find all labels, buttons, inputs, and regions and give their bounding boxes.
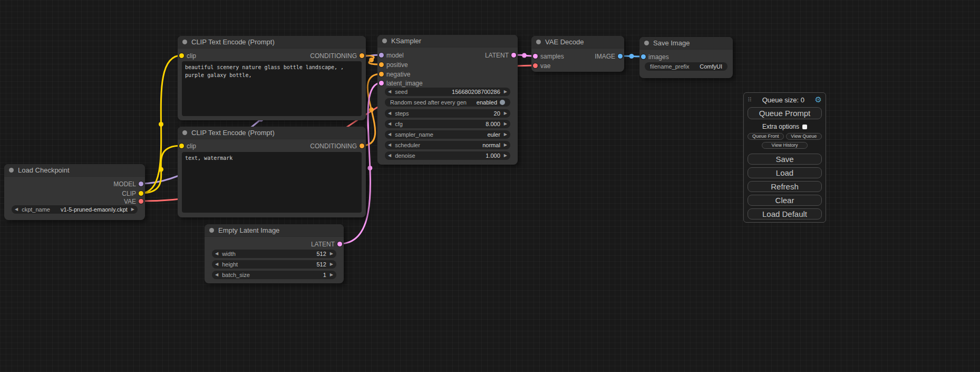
node-ksampler[interactable]: KSampler model positive negative latent_… bbox=[377, 35, 518, 165]
node-clip-text-encode-negative[interactable]: CLIP Text Encode (Prompt) clip CONDITION… bbox=[178, 127, 366, 217]
images-input-dot[interactable] bbox=[641, 54, 646, 59]
link-midpoint-dot bbox=[369, 58, 374, 62]
slot-label: IMAGE bbox=[595, 53, 615, 60]
widget-seed[interactable]: ◀ seed 156680208700286 ▶ bbox=[385, 88, 510, 96]
increment-icon[interactable]: ▶ bbox=[504, 111, 507, 116]
settings-gear-icon[interactable]: ⚙ bbox=[815, 95, 822, 104]
widget-denoise[interactable]: ◀ denoise 1.000 ▶ bbox=[385, 151, 510, 160]
widget-filename-prefix[interactable]: filename_prefix ComfyUI bbox=[645, 62, 727, 71]
drag-handle-icon[interactable]: ⠿ bbox=[748, 97, 752, 103]
decrement-icon[interactable]: ◀ bbox=[15, 207, 18, 212]
widget-value: euler bbox=[487, 131, 500, 138]
decrement-icon[interactable]: ◀ bbox=[215, 262, 218, 266]
toggle-knob-icon[interactable] bbox=[500, 100, 505, 105]
decrement-icon[interactable]: ◀ bbox=[388, 90, 391, 94]
collapse-toggle-icon[interactable] bbox=[209, 228, 214, 233]
latent-image-input-dot[interactable] bbox=[379, 81, 384, 85]
node-save-image[interactable]: Save Image images filename_prefix ComfyU… bbox=[639, 37, 733, 78]
latent-output-dot[interactable] bbox=[511, 53, 516, 58]
save-button[interactable]: Save bbox=[748, 154, 822, 165]
model-input-dot[interactable] bbox=[379, 53, 384, 58]
node-title-bar[interactable]: VAE Decode bbox=[531, 36, 624, 49]
node-title: Empty Latent Image bbox=[218, 226, 279, 234]
widget-scheduler[interactable]: ◀ scheduler normal ▶ bbox=[385, 141, 510, 149]
input-slot-samples: samples bbox=[533, 52, 564, 60]
widget-steps[interactable]: ◀ steps 20 ▶ bbox=[385, 109, 510, 118]
collapse-toggle-icon[interactable] bbox=[536, 40, 541, 44]
decrement-icon[interactable]: ◀ bbox=[388, 122, 391, 126]
node-title-bar[interactable]: CLIP Text Encode (Prompt) bbox=[178, 36, 366, 49]
input-slot-clip: clip bbox=[179, 52, 196, 60]
conditioning-output-dot[interactable] bbox=[360, 53, 364, 58]
negative-input-dot[interactable] bbox=[379, 72, 384, 77]
increment-icon[interactable]: ▶ bbox=[330, 252, 333, 256]
decrement-icon[interactable]: ◀ bbox=[215, 252, 218, 256]
node-clip-text-encode-positive[interactable]: CLIP Text Encode (Prompt) clip CONDITION… bbox=[178, 36, 366, 120]
node-title-bar[interactable]: CLIP Text Encode (Prompt) bbox=[178, 127, 366, 139]
widget-batch-size[interactable]: ◀ batch_size 1 ▶ bbox=[212, 271, 336, 279]
widget-cfg[interactable]: ◀ cfg 8.000 ▶ bbox=[385, 120, 510, 128]
widget-ckpt-name[interactable]: ◀ ckpt_name v1-5-pruned-emaonly.ckpt ▶ bbox=[12, 205, 138, 214]
increment-icon[interactable]: ▶ bbox=[330, 262, 333, 266]
latent-output-dot[interactable] bbox=[337, 242, 342, 246]
clip-input-dot[interactable] bbox=[179, 53, 184, 58]
decrement-icon[interactable]: ◀ bbox=[388, 132, 391, 137]
load-default-button[interactable]: Load Default bbox=[748, 208, 822, 220]
increment-icon[interactable]: ▶ bbox=[504, 122, 507, 126]
collapse-toggle-icon[interactable] bbox=[9, 168, 14, 173]
node-load-checkpoint[interactable]: Load Checkpoint MODEL CLIP VAE ◀ ckpt_na… bbox=[4, 164, 145, 220]
model-output-dot[interactable] bbox=[139, 182, 143, 186]
node-title-bar[interactable]: Load Checkpoint bbox=[4, 164, 145, 177]
vae-output-dot[interactable] bbox=[139, 199, 143, 204]
output-slot-conditioning: CONDITIONING bbox=[310, 52, 364, 60]
increment-icon[interactable]: ▶ bbox=[131, 207, 134, 212]
output-slot-clip: CLIP bbox=[122, 189, 143, 197]
widget-sampler-name[interactable]: ◀ sampler_name euler ▶ bbox=[385, 130, 510, 139]
queue-prompt-button[interactable]: Queue Prompt bbox=[748, 107, 822, 119]
node-title-bar[interactable]: Empty Latent Image bbox=[205, 224, 344, 237]
widget-name: batch_size bbox=[222, 272, 250, 278]
collapse-toggle-icon[interactable] bbox=[644, 41, 649, 45]
increment-icon[interactable]: ▶ bbox=[504, 90, 507, 94]
positive-input-dot[interactable] bbox=[379, 62, 384, 67]
increment-icon[interactable]: ▶ bbox=[504, 154, 507, 158]
node-title: Save Image bbox=[653, 39, 690, 47]
node-title-bar[interactable]: KSampler bbox=[377, 35, 518, 47]
node-title-bar[interactable]: Save Image bbox=[639, 37, 733, 50]
widget-value: 8.000 bbox=[486, 121, 500, 127]
widget-random-seed-toggle[interactable]: Random seed after every gen enabled bbox=[385, 98, 510, 107]
increment-icon[interactable]: ▶ bbox=[504, 132, 507, 137]
conditioning-output-dot[interactable] bbox=[360, 144, 364, 148]
queue-front-button[interactable]: Queue Front bbox=[748, 133, 784, 140]
decrement-icon[interactable]: ◀ bbox=[388, 143, 391, 147]
samples-input-dot[interactable] bbox=[533, 54, 538, 59]
slot-label: clip bbox=[187, 142, 196, 150]
decrement-icon[interactable]: ◀ bbox=[388, 111, 391, 116]
collapse-toggle-icon[interactable] bbox=[182, 40, 187, 44]
image-output-dot[interactable] bbox=[618, 54, 623, 59]
node-empty-latent-image[interactable]: Empty Latent Image LATENT ◀ width 512 ▶ … bbox=[205, 224, 344, 283]
increment-icon[interactable]: ▶ bbox=[330, 273, 333, 277]
refresh-button[interactable]: Refresh bbox=[748, 181, 822, 192]
vae-input-dot[interactable] bbox=[533, 63, 538, 68]
prompt-text-input[interactable]: beautiful scenery nature glass bottle la… bbox=[182, 61, 362, 116]
collapse-toggle-icon[interactable] bbox=[182, 130, 187, 135]
view-history-button[interactable]: View History bbox=[762, 142, 808, 149]
clip-input-dot[interactable] bbox=[179, 144, 184, 148]
slot-label: samples bbox=[540, 53, 564, 60]
decrement-icon[interactable]: ◀ bbox=[215, 273, 218, 277]
node-graph-canvas[interactable]: Load Checkpoint MODEL CLIP VAE ◀ ckpt_na… bbox=[0, 0, 980, 372]
decrement-icon[interactable]: ◀ bbox=[388, 154, 391, 158]
prompt-text-input[interactable]: text, watermark bbox=[182, 152, 362, 213]
widget-height[interactable]: ◀ height 512 ▶ bbox=[212, 260, 336, 269]
clear-button[interactable]: Clear bbox=[748, 195, 822, 206]
queue-menu-panel[interactable]: ⠿ Queue size: 0 ⚙ Queue Prompt Extra opt… bbox=[743, 92, 826, 223]
load-button[interactable]: Load bbox=[748, 167, 822, 178]
extra-options-checkbox[interactable] bbox=[802, 125, 807, 129]
collapse-toggle-icon[interactable] bbox=[382, 39, 387, 43]
clip-output-dot[interactable] bbox=[139, 191, 143, 196]
widget-width[interactable]: ◀ width 512 ▶ bbox=[212, 250, 336, 258]
increment-icon[interactable]: ▶ bbox=[504, 143, 507, 147]
view-queue-button[interactable]: View Queue bbox=[786, 133, 822, 140]
node-vae-decode[interactable]: VAE Decode samples vae IMAGE bbox=[531, 36, 624, 72]
